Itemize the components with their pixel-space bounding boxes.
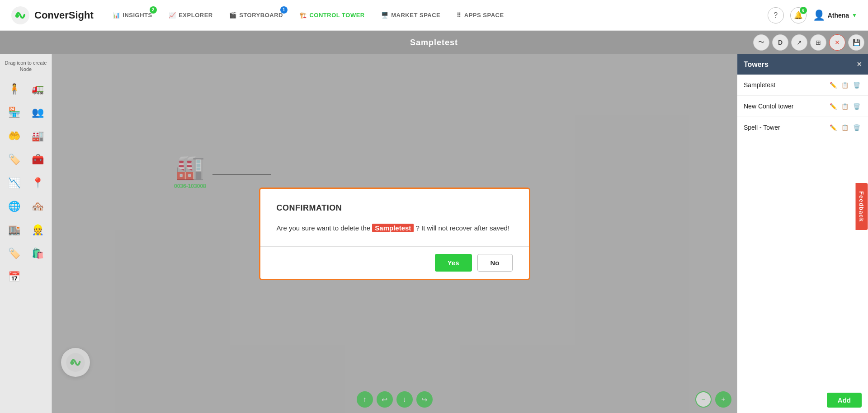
help-button[interactable]: ?: [768, 7, 784, 23]
tower-name-1: New Contol tower: [744, 103, 794, 110]
tower-delete-1[interactable]: 🗑️: [852, 101, 862, 111]
notification-button[interactable]: 🔔 6: [790, 7, 807, 23]
control-tower-icon: 🏗️: [299, 12, 307, 19]
tower-item-2[interactable]: Spell - Tower ✏️ 📋 🗑️: [737, 117, 868, 138]
sidebar-icon-chart[interactable]: 📉: [4, 173, 24, 193]
sidebar-icon-truck[interactable]: 🚛: [28, 79, 47, 99]
tower-actions-1: ✏️ 📋 🗑️: [828, 101, 862, 111]
tower-delete-0[interactable]: 🗑️: [852, 80, 862, 90]
modal-message: Are you sure want to delete the Samplete…: [277, 223, 513, 234]
logo-area: ConverSight: [0, 6, 104, 25]
sidebar-icon-worker[interactable]: 👷: [28, 220, 47, 240]
towers-panel: Towers × Sampletest ✏️ 📋 🗑️ New Contol t…: [737, 54, 868, 413]
nav-market-space[interactable]: 🖥️ MARKET SPACE: [373, 0, 449, 31]
subheader-btn-wave[interactable]: 〜: [753, 34, 769, 51]
subheader-title: Sampletest: [410, 38, 458, 47]
add-tower-button[interactable]: Add: [827, 393, 862, 408]
storyboard-badge: 1: [280, 6, 288, 14]
user-menu[interactable]: 👤 Athena ▼: [813, 9, 857, 21]
svg-point-1: [15, 14, 19, 18]
canvas-area[interactable]: 🏭 0036-103008 ↑ ↩ ↓ ↪ − +: [52, 54, 737, 413]
subheader-btn-d[interactable]: D: [772, 34, 788, 51]
tower-item-1[interactable]: New Contol tower ✏️ 📋 🗑️: [737, 96, 868, 117]
market-space-icon: 🖥️: [381, 12, 389, 19]
panel-title: Towers: [744, 61, 769, 69]
logo-text: ConverSight: [34, 9, 94, 21]
main-layout: Drag icon to create Node 🧍 🚛 🏪 👥 🤲 🏭 🏷️ …: [0, 54, 868, 413]
modal-footer: Yes No: [260, 247, 529, 279]
logo-icon: [11, 6, 30, 25]
tower-list: Sampletest ✏️ 📋 🗑️ New Contol tower ✏️ 📋…: [737, 75, 868, 387]
tower-edit-0[interactable]: ✏️: [828, 80, 838, 90]
sidebar-icon-warehouse[interactable]: 🏪: [4, 103, 24, 122]
header: ConverSight 📊 INSIGHTS 2 📈 EXPLORER 🎬 ST…: [0, 0, 868, 31]
nav-insights[interactable]: 📊 INSIGHTS 2: [104, 0, 160, 31]
user-dropdown-icon: ▼: [852, 12, 857, 19]
nav-control-tower[interactable]: 🏗️ CONTROL TOWER: [291, 0, 373, 31]
tower-actions-0: ✏️ 📋 🗑️: [828, 80, 862, 90]
panel-footer: Add: [737, 387, 868, 413]
insights-icon: 📊: [113, 12, 120, 19]
tower-delete-2[interactable]: 🗑️: [852, 122, 862, 132]
main-nav: 📊 INSIGHTS 2 📈 EXPLORER 🎬 STORYBOARD 1 🏗…: [104, 0, 768, 31]
icon-grid: 🧍 🚛 🏪 👥 🤲 🏭 🏷️ 🧰 📉 📍 🌐 🏘️ 🏬 👷 🏷️ 🛍️: [2, 77, 49, 289]
panel-header: Towers ×: [737, 54, 868, 75]
nav-apps-space[interactable]: ⠿ APPS SPACE: [448, 0, 512, 31]
tower-actions-2: ✏️ 📋 🗑️: [828, 122, 862, 132]
user-name: Athena: [828, 12, 849, 19]
tower-copy-1[interactable]: 📋: [840, 101, 850, 111]
user-icon: 👤: [813, 9, 825, 21]
subheader-btn-table[interactable]: ⊞: [810, 34, 826, 51]
sidebar-icon-calendar[interactable]: 📅: [4, 267, 24, 287]
subheader-btn-save[interactable]: 💾: [848, 34, 864, 51]
subheader-btn-close[interactable]: ✕: [829, 34, 845, 51]
tower-copy-0[interactable]: 📋: [840, 80, 850, 90]
sidebar-icon-location[interactable]: 📍: [28, 173, 47, 193]
modal-title: CONFIRMATION: [277, 203, 513, 213]
apps-space-icon: ⠿: [457, 12, 462, 19]
tower-item-0[interactable]: Sampletest ✏️ 📋 🗑️: [737, 75, 868, 96]
confirm-yes-button[interactable]: Yes: [435, 254, 472, 272]
sidebar-icon-hand[interactable]: 🤲: [4, 126, 24, 146]
modal-message-after: ? It will not recover after saved!: [414, 224, 509, 232]
subheader-btn-trend[interactable]: ↗: [791, 34, 807, 51]
tower-name-2: Spell - Tower: [744, 124, 780, 131]
modal-highlight: Sampletest: [372, 224, 414, 232]
modal-body: CONFIRMATION Are you sure want to delete…: [260, 189, 529, 234]
confirm-no-button[interactable]: No: [477, 254, 513, 272]
modal-message-before: Are you sure want to delete the: [277, 224, 373, 232]
subheader-actions: 〜 D ↗ ⊞ ✕ 💾: [753, 34, 868, 51]
insights-badge: 2: [150, 6, 157, 14]
sidebar-icon-building[interactable]: 🏘️: [28, 197, 47, 216]
panel-close-button[interactable]: ×: [857, 60, 862, 69]
sidebar-icon-person[interactable]: 🧍: [4, 79, 24, 99]
sidebar-icon-store[interactable]: 🏬: [4, 220, 24, 240]
sidebar-icon-percent[interactable]: 🏷️: [4, 244, 24, 263]
sidebar-label: Drag icon to create Node: [0, 60, 52, 73]
sidebar-icon-factory[interactable]: 🏭: [28, 126, 47, 146]
subheader: Sampletest 〜 D ↗ ⊞ ✕ 💾: [0, 31, 868, 54]
tower-edit-2[interactable]: ✏️: [828, 122, 838, 132]
confirmation-modal: CONFIRMATION Are you sure want to delete…: [259, 188, 530, 280]
explorer-icon: 📈: [169, 12, 176, 19]
left-sidebar: Drag icon to create Node 🧍 🚛 🏪 👥 🤲 🏭 🏷️ …: [0, 54, 52, 413]
sidebar-icon-medical[interactable]: 🧰: [28, 150, 47, 169]
nav-explorer[interactable]: 📈 EXPLORER: [160, 0, 221, 31]
tower-name-0: Sampletest: [744, 81, 775, 89]
sidebar-icon-network[interactable]: 🌐: [4, 197, 24, 216]
notification-count: 6: [800, 7, 807, 14]
tower-edit-1[interactable]: ✏️: [828, 101, 838, 111]
sidebar-icon-dealer[interactable]: 🏷️: [4, 150, 24, 169]
modal-overlay: CONFIRMATION Are you sure want to delete…: [52, 54, 737, 413]
header-right: ? 🔔 6 👤 Athena ▼: [768, 7, 868, 23]
nav-storyboard[interactable]: 🎬 STORYBOARD 1: [221, 0, 291, 31]
help-icon: ?: [774, 11, 778, 19]
storyboard-icon: 🎬: [229, 12, 237, 19]
sidebar-icon-blank: [28, 267, 47, 287]
sidebar-icon-group[interactable]: 👥: [28, 103, 47, 122]
tower-copy-2[interactable]: 📋: [840, 122, 850, 132]
sidebar-icon-shopping[interactable]: 🛍️: [28, 244, 47, 263]
feedback-tab[interactable]: Feedback: [856, 183, 868, 230]
